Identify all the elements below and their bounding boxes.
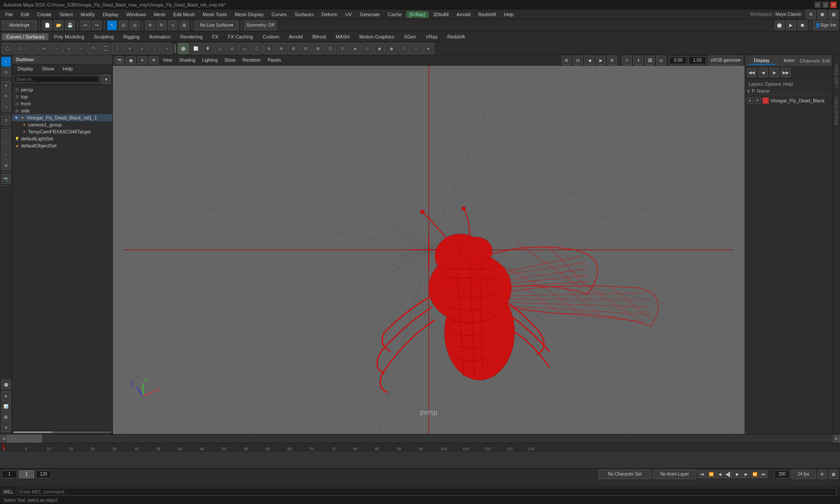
no-live-surface-btn[interactable]: No Live Surface▾	[195, 21, 238, 30]
vp-next[interactable]: ▶	[596, 56, 606, 65]
graph-editor-btn[interactable]: 📊	[1, 402, 11, 411]
layer-row-fly[interactable]: V P Vinegar_Fly_Dead_Black	[747, 97, 830, 105]
menu-curves[interactable]: Curves	[268, 11, 290, 18]
tab-vray[interactable]: VRay	[421, 33, 442, 40]
vp-camera-btn[interactable]: 📷	[115, 56, 124, 64]
close-button[interactable]: ✕	[830, 2, 836, 8]
select-tool-btn[interactable]: ↖	[1, 57, 11, 66]
snap-curve-btn[interactable]: ⌒	[1, 140, 11, 149]
outliner-menu-show[interactable]: Show	[38, 65, 58, 72]
shelf-nurbs1[interactable]: ⊗	[263, 43, 275, 54]
vp-menu-renderer[interactable]: Renderer	[240, 57, 263, 63]
menu-select[interactable]: Select	[56, 11, 77, 18]
timeline-scrollbar[interactable]	[7, 434, 833, 443]
render-view-btn[interactable]: ⬤	[1, 380, 11, 389]
menu-edit-mesh[interactable]: Edit Mesh	[170, 11, 198, 18]
layer-vis-btn[interactable]: V	[747, 98, 753, 104]
layers-menu-options[interactable]: Options	[765, 81, 781, 87]
vp-toggle-grid[interactable]: #	[622, 56, 632, 65]
mel-input[interactable]	[17, 488, 836, 496]
prev-frame-btn[interactable]: ⏪	[707, 470, 715, 478]
symmetry-btn[interactable]: Symmetry: Off	[244, 21, 276, 30]
current-frame-input[interactable]	[19, 470, 34, 478]
shelf-curve7[interactable]: ⌆	[124, 43, 136, 54]
tab-arnold[interactable]: Arnold	[284, 33, 307, 40]
shelf-curve5[interactable]: ⁐	[100, 43, 111, 54]
menu-3dtoall[interactable]: 3DtoAll	[430, 11, 452, 18]
shelf-nurbs11[interactable]: ◉	[386, 43, 397, 54]
shelf-nurbs6[interactable]: ⊡	[325, 43, 336, 54]
snap-point-btn[interactable]: +	[1, 150, 11, 160]
shelf-nurbs8[interactable]: ◈	[349, 43, 360, 54]
tab-custom[interactable]: Custom	[258, 33, 284, 40]
range-start-input[interactable]	[2, 470, 17, 478]
next-frame-btn[interactable]: ▶▶	[781, 68, 791, 77]
rotate-btn[interactable]: ↻	[1, 91, 11, 101]
timeline-scroll-header[interactable]: ◀ ▶	[0, 434, 840, 443]
play-reverse-btn[interactable]: ◀▌	[724, 470, 732, 478]
outliner-menu-help[interactable]: Help	[60, 65, 77, 72]
tab-rigging[interactable]: Rigging	[119, 33, 144, 40]
paint-select-icon[interactable]: ⊙	[130, 21, 140, 30]
range-end-input[interactable]	[36, 470, 51, 478]
shelf-nurbs13[interactable]: ○	[410, 43, 422, 54]
shelf-nurbs7[interactable]: ⊙	[337, 43, 348, 54]
shelf-nurbs4[interactable]: ⊟	[300, 43, 312, 54]
shelf-cylinder[interactable]: ⬮	[202, 43, 214, 54]
outliner-item-tempcam[interactable]: ✦ TempCamFBXASC046Target	[12, 128, 112, 135]
layers-menu-help[interactable]: Help	[783, 81, 793, 87]
go-to-end-btn[interactable]: ⏭	[760, 470, 767, 478]
stop-render-icon[interactable]: ⏹	[798, 21, 807, 30]
menu-generate[interactable]: Generate	[356, 11, 383, 18]
menu-create[interactable]: Create	[34, 11, 55, 18]
viewport-canvas[interactable]: persp X Y Z	[113, 66, 745, 434]
menu-vray[interactable]: [V-Ray]	[406, 11, 429, 18]
outliner-item-fly-root[interactable]: ▼ ✦ Vinegar_Fly_Dead_Black_nd1_1	[12, 114, 112, 121]
outliner-filter-btn[interactable]: ▾	[101, 74, 111, 84]
snap-surface-btn[interactable]: ⊞	[1, 161, 11, 170]
paint-select-btn[interactable]: ⊡	[1, 67, 11, 77]
tab-curves-surfaces[interactable]: Curves / Surfaces	[2, 33, 49, 40]
shelf-disk[interactable]: ⬡	[251, 43, 262, 54]
minimize-button[interactable]: ─	[815, 2, 821, 8]
attribute-editor-label[interactable]: Attribute Editor	[834, 96, 839, 125]
layout-icon[interactable]: ▣	[817, 10, 827, 19]
anim-tab[interactable]: Anim	[778, 57, 800, 65]
ipr-render-icon[interactable]: ▶	[786, 21, 796, 30]
shelf-curve9[interactable]: ⌄	[149, 43, 160, 54]
redo-icon[interactable]: ↪	[92, 21, 102, 30]
sign-in-btn[interactable]: 👤 Sign In▾	[813, 21, 838, 30]
layers-menu-layers[interactable]: Layers	[749, 81, 763, 87]
menu-help[interactable]: Help	[500, 11, 518, 18]
menu-mesh-display[interactable]: Mesh Display	[231, 11, 267, 18]
prev-frame-btn[interactable]: ◀◀	[747, 68, 756, 77]
outliner-menu-display[interactable]: Display	[14, 65, 37, 72]
tab-xgen[interactable]: XGen	[399, 33, 420, 40]
tab-fx[interactable]: FX	[208, 33, 223, 40]
outliner-item-side[interactable]: 🎥 side	[12, 107, 112, 114]
next-key-btn[interactable]: ▶	[770, 68, 779, 77]
menu-surfaces[interactable]: Surfaces	[291, 11, 317, 18]
menu-display[interactable]: Display	[99, 11, 122, 18]
tab-fx-caching[interactable]: FX Caching	[224, 33, 257, 40]
shelf-curve8[interactable]: ⌅	[136, 43, 148, 54]
outliner-scrollbar[interactable]	[12, 430, 112, 434]
tab-animation[interactable]: Animation	[145, 33, 175, 40]
shelf-plane[interactable]: ▭	[239, 43, 250, 54]
tab-bifrost[interactable]: Bifrost	[308, 33, 330, 40]
menu-cache[interactable]: Cache	[384, 11, 405, 18]
fps-btn[interactable]: 24 fps	[791, 469, 816, 479]
select-tool-icon[interactable]: ↖	[107, 21, 117, 30]
timeline-scroll-left[interactable]: ◀	[0, 434, 7, 443]
channel-box-menu-edit[interactable]: Edit	[822, 58, 830, 63]
vp-menu-panels[interactable]: Panels	[265, 57, 284, 63]
next-key-btn[interactable]: ▶	[742, 470, 750, 478]
shelf-curve2[interactable]: ∿	[63, 43, 74, 54]
vp-lighting-btn[interactable]: ☀	[137, 56, 147, 64]
menu-mesh-tools[interactable]: Mesh Tools	[199, 11, 230, 18]
shelf-nurbs9[interactable]: ◇	[361, 43, 373, 54]
rotate-tool-icon[interactable]: ↻	[157, 21, 166, 30]
undo-icon[interactable]: ↩	[80, 21, 90, 30]
outliner-item-persp[interactable]: 🎥 persp	[12, 86, 112, 93]
shelf-curve10[interactable]: ⌁	[161, 43, 172, 54]
